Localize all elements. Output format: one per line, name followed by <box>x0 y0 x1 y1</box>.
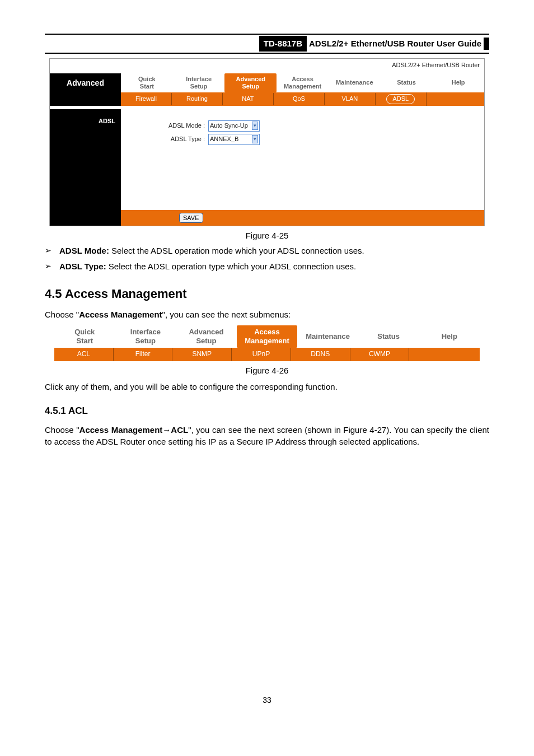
adsl-mode-value: Auto Sync-Up <box>210 122 248 130</box>
heading-4-5-1: 4.5.1 ACL <box>45 404 489 418</box>
adsl-type-label: ADSL Type : <box>143 135 205 144</box>
adsl-type-select[interactable]: ANNEX_B ▾ <box>208 134 260 145</box>
subtab-nat[interactable]: NAT <box>223 93 274 105</box>
intro-4-5: Choose "Access Management", you can see … <box>45 309 489 321</box>
doc-title: ADSL2/2+ Ethernet/USB Router User Guide <box>309 38 481 50</box>
section-side-label: ADSL <box>50 109 121 210</box>
subtab-snmp[interactable]: SNMP <box>172 348 232 361</box>
subtab-upnp[interactable]: UPnP <box>232 348 291 361</box>
router-ui-advanced-setup: ADSL2/2+ Ethernet/USB Router Advanced Qu… <box>49 58 485 226</box>
save-button[interactable]: SAVE <box>179 213 203 223</box>
tab-interface-setup[interactable]: Interface Setup <box>173 73 225 92</box>
tab-status[interactable]: Status <box>358 325 419 348</box>
para-acl: Choose "Access Management→ACL", you can … <box>45 424 489 449</box>
page-number: 33 <box>45 694 489 706</box>
tab-help[interactable]: Help <box>419 325 480 348</box>
subtab-blank <box>427 97 484 101</box>
side-title: Advanced <box>50 73 121 92</box>
tab-access-management[interactable]: Access Management <box>237 325 298 348</box>
note-adsl-type: ADSL Type: Select the ADSL operation typ… <box>45 260 489 273</box>
figure-4-25-caption: Figure 4-25 <box>45 230 489 242</box>
tab-maintenance[interactable]: Maintenance <box>297 325 358 348</box>
router-ui-access-management-nav: Quick Start Interface Setup Advanced Set… <box>54 325 480 361</box>
doc-header: TD-8817B ADSL2/2+ Ethernet/USB Router Us… <box>45 34 489 54</box>
para-click-any: Click any of them, and you will be able … <box>45 381 489 393</box>
tab-help[interactable]: Help <box>432 73 484 92</box>
subtab-firewall[interactable]: Firewall <box>121 93 172 105</box>
subtab-ddns[interactable]: DDNS <box>291 348 350 361</box>
chevron-down-icon: ▾ <box>252 122 258 130</box>
note-adsl-mode: ADSL Mode: Select the ADSL operation mod… <box>45 245 489 257</box>
header-end-block <box>484 38 489 50</box>
subtab-qos[interactable]: QoS <box>274 93 325 105</box>
tab-interface-setup[interactable]: Interface Setup <box>115 325 176 348</box>
tab-access-management[interactable]: Access Management <box>277 73 329 92</box>
chevron-down-icon: ▾ <box>252 135 258 143</box>
subtab-routing[interactable]: Routing <box>172 93 223 105</box>
adsl-type-value: ANNEX_B <box>210 135 238 144</box>
heading-4-5: 4.5 Access Management <box>45 285 489 303</box>
subtab-adsl[interactable]: ADSL <box>376 92 427 106</box>
tab-advanced-setup[interactable]: Advanced Setup <box>224 73 277 92</box>
subtab-filter[interactable]: Filter <box>114 348 173 361</box>
subtab-cwmp[interactable]: CWMP <box>350 348 410 361</box>
adsl-mode-select[interactable]: Auto Sync-Up ▾ <box>208 120 260 132</box>
tab-advanced-setup[interactable]: Advanced Setup <box>176 325 237 348</box>
adsl-mode-label: ADSL Mode : <box>143 122 205 130</box>
tab-quick-start[interactable]: Quick Start <box>54 325 115 348</box>
subtab-vlan[interactable]: VLAN <box>325 93 376 105</box>
subtab-acl[interactable]: ACL <box>54 348 114 361</box>
model-badge: TD-8817B <box>259 36 307 52</box>
device-label: ADSL2/2+ Ethernet/USB Router <box>50 59 484 73</box>
tab-status[interactable]: Status <box>381 73 433 92</box>
figure-4-26-caption: Figure 4-26 <box>45 365 489 377</box>
tab-quick-start[interactable]: Quick Start <box>121 73 173 92</box>
tab-maintenance[interactable]: Maintenance <box>329 73 381 92</box>
subtab-blank <box>409 353 480 356</box>
